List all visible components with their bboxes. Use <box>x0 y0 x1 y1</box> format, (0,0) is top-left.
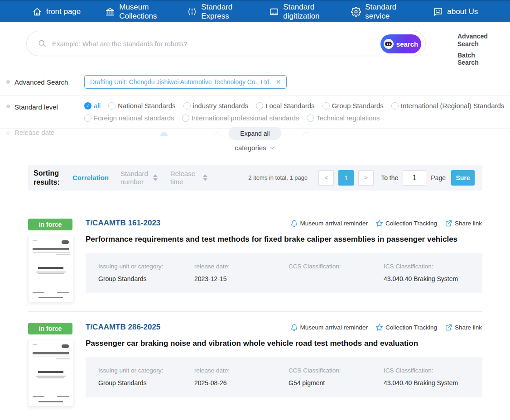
radio-industry-standards[interactable]: industry standards <box>183 102 249 110</box>
result-actions: Museum arrival reminder Collection Track… <box>290 324 482 331</box>
page-label: Page <box>431 174 446 181</box>
radio-local-standards[interactable]: Local Standards <box>256 102 314 110</box>
star-icon <box>375 324 383 331</box>
result-right-column: T/CAAMTB 286-2025 Museum arrival reminde… <box>86 323 482 406</box>
radio-group-standards[interactable]: Group Standards <box>322 102 384 110</box>
nav-about-us[interactable]: about Us <box>433 7 478 17</box>
standard-details-panel: Issuing unit or category: Group Standard… <box>86 357 482 397</box>
batch-search-link[interactable]: Batch Search › <box>457 52 510 67</box>
detail-label: release date: <box>194 367 289 374</box>
search-icon <box>38 39 47 48</box>
digitization-icon <box>269 7 279 17</box>
nav-museum-collections[interactable]: Museum Collections <box>105 3 163 20</box>
radio-label: all <box>94 102 101 110</box>
prev-page-button[interactable]: < <box>318 170 334 186</box>
standard-title-link[interactable]: Performance requirements and test method… <box>86 235 482 244</box>
standard-code-link[interactable]: T/CAAMTB 286-2025 <box>86 323 160 332</box>
radio-icon <box>322 102 330 110</box>
nav-front-page[interactable]: front page <box>32 7 81 17</box>
sort-release-time[interactable]: Release time <box>170 170 207 186</box>
radio-label: International (Regional) Standards <box>401 102 504 110</box>
sort-option-label: Standard number <box>120 170 150 186</box>
sort-standard-number[interactable]: Standard number <box>120 170 158 186</box>
close-icon[interactable]: ✕ <box>276 78 281 86</box>
nav-standard-express[interactable]: Standard Express <box>187 3 245 20</box>
nav-label: about Us <box>447 7 478 16</box>
museum-arrival-reminder-link[interactable]: Museum arrival reminder <box>290 220 368 227</box>
detail-ics: ICS Classification: 43.040.40 Braking Sy… <box>384 367 477 387</box>
radio-icon <box>213 129 220 136</box>
share-icon <box>445 220 452 227</box>
search-bar[interactable]: search <box>26 31 426 56</box>
bullet-dot <box>6 105 10 108</box>
standard-cover-thumbnail[interactable] <box>28 236 73 302</box>
advanced-search-link[interactable]: Advanced Search › <box>457 33 510 48</box>
sort-arrows-icon <box>203 174 207 181</box>
current-page-button[interactable]: 1 <box>338 170 354 186</box>
top-navigation: front page Museum Collections Standard E… <box>0 0 510 22</box>
detail-label: CCS Classification: <box>289 367 384 374</box>
museum-arrival-reminder-link[interactable]: Museum arrival reminder <box>290 324 368 331</box>
expand-all-button[interactable]: Expand all <box>228 127 281 140</box>
detail-ccs: CCS Classification: <box>289 263 384 282</box>
drafting-unit-filter-tag[interactable]: Drafting Unit: Chengdu Jishiwei Automoti… <box>84 75 287 89</box>
detail-issuing: Issuing unit or category: Group Standard… <box>98 367 194 387</box>
robot-icon <box>384 39 394 49</box>
to-the-label: To the <box>381 174 398 181</box>
about-chat-icon <box>433 7 443 17</box>
radio-technical-regulations[interactable]: Technical regulations <box>307 114 380 122</box>
radio-icon <box>108 102 115 110</box>
collection-tracking-link[interactable]: Collection Tracking <box>375 220 437 227</box>
next-page-button[interactable]: > <box>358 170 374 186</box>
detail-release-date: release date: 2025-08-26 <box>194 367 289 387</box>
radio-label: International professional standards <box>192 114 299 122</box>
radio-icon <box>84 115 91 122</box>
advanced-search-label: Advanced Search <box>457 33 494 48</box>
sorting-results-label: Sorting results: <box>34 169 66 187</box>
radio-label: National Standards <box>118 102 176 110</box>
nav-standard-digitization[interactable]: Standard digitization <box>269 3 327 20</box>
action-label: Museum arrival reminder <box>300 324 368 331</box>
batch-search-label: Batch Search <box>457 52 494 67</box>
nav-standard-service[interactable]: Standard service <box>351 3 409 20</box>
result-actions: Museum arrival reminder Collection Track… <box>290 220 482 227</box>
radio-foreign-national-standards[interactable]: Foreign national standards <box>84 114 174 122</box>
detail-value: G54 pigment <box>289 379 384 387</box>
nav-label: Standard digitization <box>283 3 327 20</box>
sort-option-label: Release time <box>170 170 200 186</box>
sort-arrows-icon <box>153 174 158 181</box>
detail-value <box>289 275 384 282</box>
categories-dropdown[interactable]: categories <box>235 144 275 152</box>
share-link[interactable]: Share link <box>445 324 482 331</box>
radio-international-regional-standards[interactable]: International (Regional) Standards <box>391 102 504 110</box>
standard-level-label: Standard level <box>14 103 74 111</box>
search-button-label: search <box>396 40 418 48</box>
categories-label: categories <box>235 144 266 152</box>
page-number-input[interactable] <box>403 170 426 186</box>
search-input[interactable] <box>52 40 422 48</box>
bell-icon <box>290 220 298 227</box>
standard-code-link[interactable]: T/CAAMTB 161-2023 <box>86 219 160 228</box>
detail-label: Issuing unit or category: <box>98 367 194 374</box>
standard-level-filter-row: Standard level ✓all National Standards i… <box>0 95 510 129</box>
detail-issuing: Issuing unit or category: Group Standard… <box>98 263 194 282</box>
action-label: Collection Tracking <box>385 324 437 331</box>
results-list: in force T/CAAMTB 161-2023 Museum arriva… <box>28 191 482 415</box>
collection-tracking-link[interactable]: Collection Tracking <box>375 324 437 331</box>
standard-cover-thumbnail[interactable] <box>28 340 73 406</box>
search-button[interactable]: search <box>380 34 421 53</box>
radio-international-professional-standards[interactable]: International professional standards <box>182 114 299 122</box>
action-label: Share link <box>455 324 482 331</box>
radio-all[interactable]: ✓all <box>84 102 101 110</box>
detail-release-date: release date: 2023-12-15 <box>194 263 289 282</box>
radio-national-standards[interactable]: National Standards <box>108 102 176 110</box>
standard-title-link[interactable]: Passenger car braking noise and vibratio… <box>86 339 482 348</box>
sort-correlation[interactable]: Correlation <box>72 174 109 182</box>
museum-icon <box>105 7 115 17</box>
bullet-dot <box>6 80 10 84</box>
share-link[interactable]: Share link <box>445 220 482 227</box>
bullet-dot <box>6 131 10 135</box>
nav-label: Standard Express <box>201 3 245 20</box>
sure-button[interactable]: Sure <box>451 170 475 186</box>
status-badge: in force <box>28 219 72 230</box>
